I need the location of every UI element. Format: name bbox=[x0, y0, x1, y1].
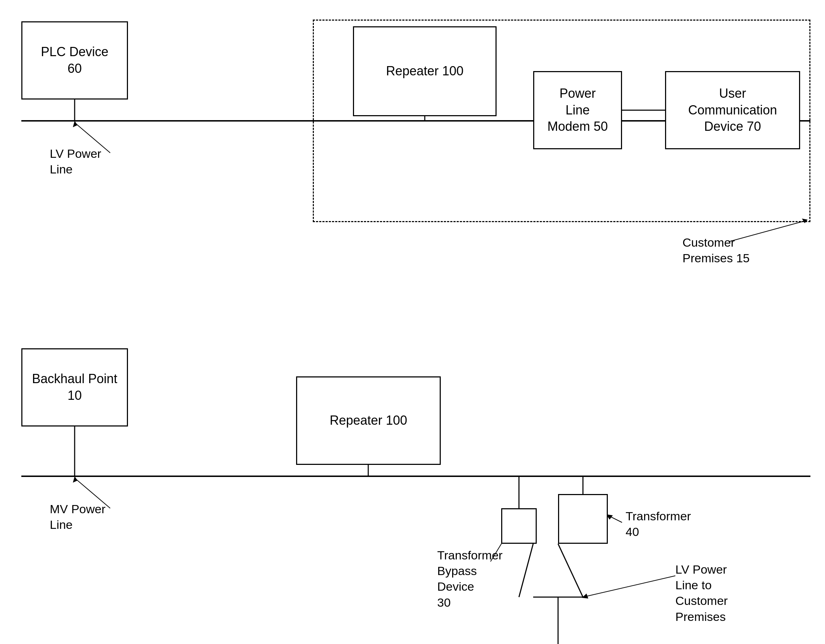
svg-marker-25 bbox=[582, 593, 588, 599]
power-line-modem-label: PowerLineModem 50 bbox=[547, 85, 608, 135]
plc-device-box: PLC Device60 bbox=[21, 21, 128, 99]
lv-power-line-label-top: LV PowerLine bbox=[50, 146, 101, 177]
power-line-modem-box: PowerLineModem 50 bbox=[533, 71, 622, 149]
repeater-top-box: Repeater 100 bbox=[353, 26, 497, 116]
mv-power-line-label: MV PowerLine bbox=[50, 501, 105, 533]
svg-marker-6 bbox=[73, 121, 77, 127]
lv-power-line-to-customer-label: LV PowerLine toCustomerPremises bbox=[675, 562, 728, 624]
repeater-bottom-label: Repeater 100 bbox=[329, 412, 407, 429]
transformer-40-box bbox=[558, 494, 608, 544]
repeater-bottom-box: Repeater 100 bbox=[296, 376, 441, 465]
transformer-40-label: Transformer40 bbox=[626, 508, 691, 539]
svg-line-20 bbox=[519, 544, 533, 597]
customer-premises-label: CustomerPremises 15 bbox=[683, 235, 750, 266]
plc-device-label: PLC Device60 bbox=[41, 44, 108, 77]
svg-line-21 bbox=[558, 544, 583, 597]
svg-marker-13 bbox=[73, 476, 77, 483]
diagram: PLC Device60 Repeater 100 PowerLineModem… bbox=[0, 0, 825, 644]
backhaul-point-label: Backhaul Point10 bbox=[32, 371, 117, 404]
repeater-top-label: Repeater 100 bbox=[386, 63, 463, 80]
backhaul-point-box: Backhaul Point10 bbox=[21, 348, 128, 426]
transformer-bypass-box bbox=[501, 508, 537, 544]
svg-line-24 bbox=[583, 576, 675, 597]
svg-line-18 bbox=[608, 515, 622, 522]
user-comm-device-label: UserCommunicationDevice 70 bbox=[688, 85, 777, 135]
user-comm-device-box: UserCommunicationDevice 70 bbox=[665, 71, 800, 149]
transformer-bypass-label: TransformerBypassDevice30 bbox=[437, 547, 503, 610]
